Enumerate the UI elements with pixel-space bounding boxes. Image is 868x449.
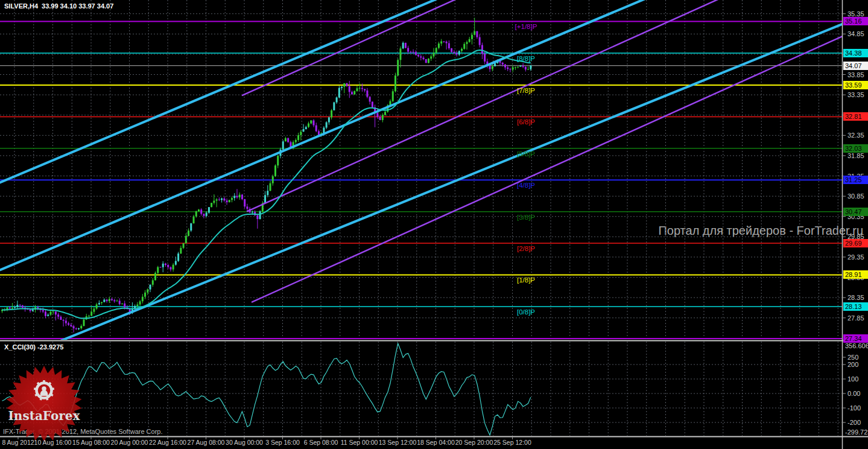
cci-tick-label: 100 [847, 375, 858, 383]
cci-lower-bound-label: -299.723 [845, 428, 868, 436]
price-marker: 27.34 [843, 334, 868, 343]
murrey-level-label: [+1/8]P [515, 23, 537, 30]
price-tick-label: 34.85 [847, 30, 864, 38]
price-marker: 33.59 [843, 81, 868, 89]
time-axis-label: 25 Sep 12:00 [484, 439, 542, 446]
murrey-level-label: [4/8]P [517, 182, 535, 189]
murrey-level-label: [6/8]P [517, 118, 535, 126]
price-tick-label: 31.85 [847, 151, 864, 160]
chart-canvas[interactable]: [+1/8]P[8/8]P[7/8]P[6/8]P[5/8]P[4/8]P[3/… [0, 0, 868, 449]
logo-text: InstaForex [8, 409, 81, 423]
chart-window: Портал для трейдеров - ForTrader.ru IFX-… [0, 0, 868, 449]
instaforex-logo: InstaForex [7, 366, 82, 442]
cci-tick-label: 0.00 [847, 389, 860, 398]
cci-upper-bound-label: 356.606 [845, 342, 868, 350]
price-marker: 31.25 [843, 176, 868, 184]
cci-tick-label: -200 [847, 418, 861, 427]
cci-tick-label: -100 [847, 404, 861, 412]
murrey-level-label: [2/8]P [517, 245, 535, 252]
price-tick-label: 28.35 [847, 293, 864, 302]
price-marker: 35.16 [843, 17, 868, 25]
murrey-level-label: [3/8]P [517, 214, 535, 221]
price-tick-label: 33.35 [847, 91, 864, 99]
cci-tick-label: 200 [847, 360, 858, 369]
chart-title: SILVER,H433.99 34.10 33.97 34.07 [4, 2, 117, 10]
symbol-period-label: SILVER,H4 [4, 2, 38, 10]
price-marker: 28.13 [843, 302, 868, 311]
murrey-level-label: [1/8]P [517, 276, 535, 284]
price-marker: 28.91 [843, 270, 868, 279]
price-tick-label: 29.35 [847, 253, 864, 261]
price-tick-label: 32.35 [847, 131, 864, 139]
price-marker: 34.07 [843, 62, 868, 70]
ohlc-values: 33.99 34.10 33.97 34.07 [42, 2, 113, 10]
price-tick-label: 33.85 [847, 71, 864, 79]
price-tick-label: 27.85 [847, 314, 864, 322]
indicator-label: X_CCI(30) -23.9275 [4, 343, 63, 351]
price-marker: 32.03 [843, 144, 868, 153]
murrey-level-label: [0/8]P [517, 308, 535, 316]
price-marker: 34.38 [843, 49, 868, 57]
murrey-level-label: [7/8]P [517, 87, 535, 94]
price-marker: 30.47 [843, 208, 868, 216]
murrey-level-label: [5/8]P [517, 150, 535, 158]
price-marker: 29.69 [843, 239, 868, 247]
price-tick-label: 30.85 [847, 192, 864, 200]
price-marker: 32.81 [843, 112, 868, 121]
murrey-level-label: [8/8]P [517, 55, 535, 62]
